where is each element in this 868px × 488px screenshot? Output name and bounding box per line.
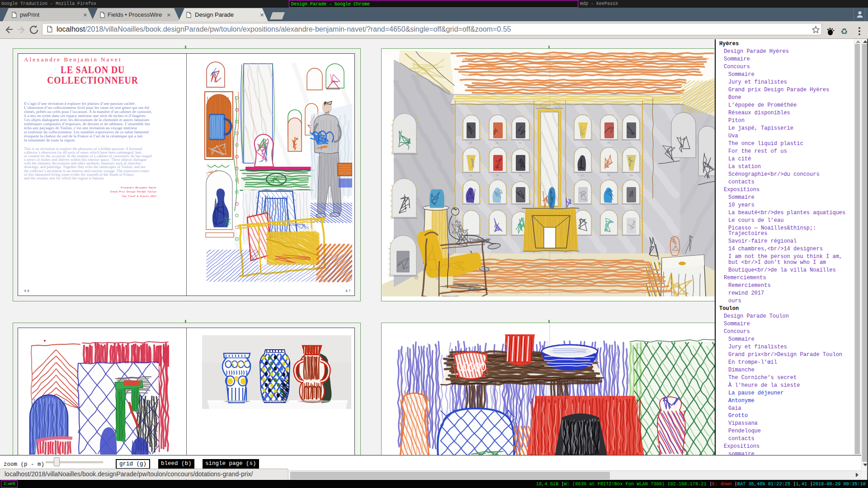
svg-text:04: 04 (607, 141, 610, 144)
svg-text:02: 02 (496, 141, 499, 144)
svg-text:05: 05 (470, 141, 472, 144)
svg-text:02: 02 (519, 141, 522, 144)
svg-text:04: 04 (496, 174, 499, 177)
svg-text:03: 03 (519, 174, 522, 177)
svg-text:04: 04 (607, 174, 610, 177)
svg-text:1: 1 (629, 141, 631, 144)
svg-text:00J: 00J (629, 174, 633, 177)
svg-text:0J: 0J (581, 174, 584, 177)
svg-text:01: 01 (470, 174, 472, 177)
